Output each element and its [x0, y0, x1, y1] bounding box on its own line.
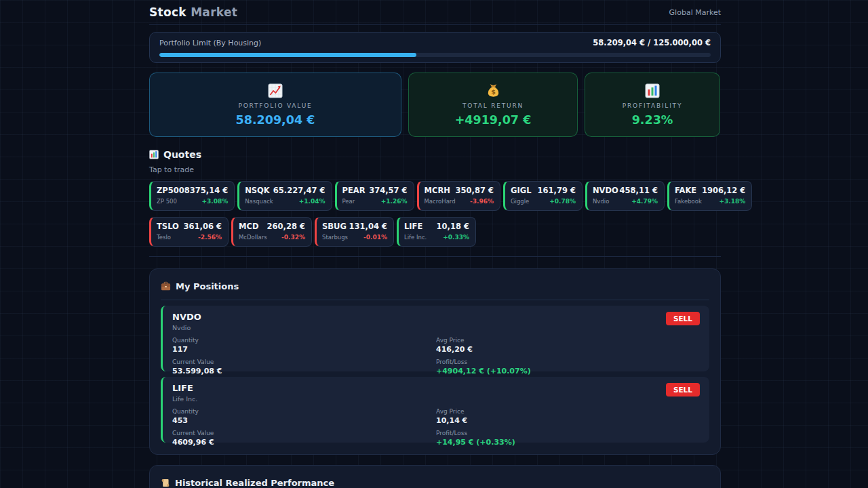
- quote-change: +3.08%: [184, 198, 228, 205]
- bar-chart-icon: [149, 150, 159, 159]
- quote-price: 131,04 €: [349, 222, 387, 231]
- quote-company: Life Inc.: [404, 234, 427, 241]
- quote-change: -0.32%: [267, 234, 305, 241]
- quote-change: -2.56%: [184, 234, 222, 241]
- quote-change: -0.01%: [349, 234, 387, 241]
- quote-company: McDollars: [239, 234, 267, 241]
- section-divider: [149, 256, 721, 257]
- sell-button-life[interactable]: SELL: [666, 383, 700, 396]
- quote-company: Nasquack: [245, 198, 273, 205]
- quantity-label: Quantity: [172, 337, 436, 344]
- portfolio-limit-progressbar: [159, 53, 711, 57]
- quote-tile-gigl[interactable]: GIGL Giggle 161,79 € +0.78%: [503, 181, 583, 211]
- page-title: Stock Market: [149, 5, 237, 19]
- quote-ticker: TSLO: [157, 222, 179, 231]
- profit-loss-value: +4904,12 € (+10.07%): [436, 367, 700, 375]
- portfolio-limit-label: Portfolio Limit (By Housing): [159, 39, 261, 47]
- position-card-nvdo: NVDO Nvdio SELL Quantity 117 Avg Price 4…: [161, 306, 709, 371]
- quote-tile-mcd[interactable]: MCD McDollars 260,28 € -0.32%: [231, 217, 312, 247]
- portfolio-limit-progress-fill: [159, 53, 416, 57]
- quote-price: 161,79 €: [538, 186, 576, 195]
- briefcase-icon: [161, 281, 171, 291]
- money-bag-icon: $: [486, 83, 501, 98]
- quote-tile-nsqk[interactable]: NSQK Nasquack 65.227,47 € +1.04%: [237, 181, 332, 211]
- quote-price: 374,57 €: [369, 186, 407, 195]
- profit-loss-label: Profit/Loss: [436, 430, 700, 436]
- quote-price: 8375,14 €: [184, 186, 228, 195]
- quote-price: 1906,12 €: [702, 186, 745, 195]
- position-company: Life Inc.: [172, 395, 700, 403]
- quote-tile-fake[interactable]: FAKE Fakebook 1906,12 € +3.18%: [667, 181, 752, 211]
- page-title-primary: Stock: [149, 5, 186, 19]
- quote-ticker: MCD: [239, 222, 267, 231]
- scroll-icon: [161, 478, 170, 488]
- quote-ticker: LIFE: [404, 222, 427, 231]
- quote-change: +4.79%: [620, 198, 658, 205]
- history-heading: Historical Realized Performance: [161, 478, 709, 488]
- profitability-card: PROFITABILITY 9.23%: [585, 73, 720, 137]
- positions-heading-text: My Positions: [176, 281, 239, 291]
- position-card-life: LIFE Life Inc. SELL Quantity 453 Avg Pri…: [161, 377, 709, 443]
- avg-price-label: Avg Price: [436, 337, 700, 344]
- quantity-value: 453: [172, 416, 436, 425]
- sell-button-nvdo[interactable]: SELL: [666, 312, 700, 325]
- stats-row: PORTFOLIO VALUE 58.209,04 € $ TOTAL RETU…: [149, 73, 721, 137]
- quote-tile-pear[interactable]: PEAR Pear 374,57 € +1.26%: [335, 181, 414, 211]
- quotes-section-heading: Quotes: [149, 149, 721, 160]
- quote-ticker: NVDO: [593, 186, 618, 195]
- quote-price: 361,06 €: [184, 222, 222, 231]
- current-value-label: Current Value: [172, 359, 436, 365]
- current-value-value: 53.599,08 €: [172, 367, 436, 375]
- quote-company: ZP 500: [157, 198, 184, 205]
- quote-change: +1.04%: [273, 198, 326, 205]
- portfolio-limit-usage: 58.209,04 € / 125.000,00 €: [593, 38, 711, 47]
- portfolio-value-amount: 58.209,04 €: [236, 113, 315, 127]
- quantity-value: 117: [172, 345, 436, 354]
- quote-price: 260,28 €: [267, 222, 305, 231]
- quote-ticker: FAKE: [675, 186, 702, 195]
- quote-price: 65.227,47 €: [273, 186, 326, 195]
- avg-price-value: 416,20 €: [436, 345, 700, 354]
- portfolio-value-card: PORTFOLIO VALUE 58.209,04 €: [149, 73, 401, 137]
- quote-company: Fakebook: [675, 198, 702, 205]
- quote-ticker: GIGL: [511, 186, 532, 195]
- quote-price: 10,18 €: [437, 222, 469, 231]
- profitability-amount: 9.23%: [632, 113, 673, 127]
- total-return-card: $ TOTAL RETURN +4919,07 €: [408, 73, 578, 137]
- portfolio-limit-card: Portfolio Limit (By Housing) 58.209,04 €…: [149, 32, 721, 63]
- quotes-row-2: TSLO Teslo 361,06 € -2.56% MCD McDollars…: [149, 217, 721, 247]
- quote-ticker: PEAR: [342, 186, 366, 195]
- quote-change: +3.18%: [702, 198, 745, 205]
- current-value-value: 4609,96 €: [172, 438, 436, 447]
- quote-tile-mcrh[interactable]: MCRH MacroHard 350,87 € -3.96%: [417, 181, 500, 211]
- position-ticker: NVDO: [172, 312, 700, 322]
- quote-ticker: NSQK: [245, 186, 273, 195]
- quotes-heading-text: Quotes: [163, 149, 201, 160]
- quote-tile-nvdo[interactable]: NVDO Nvdio 458,11 € +4.79%: [585, 181, 665, 211]
- chart-increasing-icon: [268, 83, 283, 98]
- position-company: Nvdio: [172, 324, 700, 331]
- quote-company: MacroHard: [425, 198, 456, 205]
- quote-tile-tslo[interactable]: TSLO Teslo 361,06 € -2.56%: [149, 217, 229, 247]
- quote-company: Giggle: [511, 198, 532, 205]
- panel-divider: [161, 300, 709, 300]
- positions-heading: My Positions: [161, 281, 709, 291]
- history-heading-text: Historical Realized Performance: [175, 478, 334, 488]
- profit-loss-label: Profit/Loss: [436, 359, 700, 365]
- quote-tile-life[interactable]: LIFE Life Inc. 10,18 € +0.33%: [397, 217, 476, 247]
- quote-ticker: MCRH: [425, 186, 456, 195]
- quote-tile-zp500[interactable]: ZP500 ZP 500 8375,14 € +3.08%: [149, 181, 235, 211]
- quote-change: +0.78%: [538, 198, 576, 205]
- portfolio-value-label: PORTFOLIO VALUE: [238, 102, 312, 109]
- svg-text:$: $: [491, 88, 496, 96]
- history-panel: Historical Realized Performance: [149, 465, 721, 488]
- tap-to-trade-hint: Tap to trade: [149, 165, 721, 174]
- quote-company: Starbugs: [322, 234, 348, 241]
- quote-ticker: SBUG: [322, 222, 348, 231]
- total-return-label: TOTAL RETURN: [462, 102, 524, 109]
- total-return-amount: +4919,07 €: [455, 113, 532, 127]
- avg-price-value: 10,14 €: [436, 416, 700, 425]
- quote-tile-sbug[interactable]: SBUG Starbugs 131,04 € -0.01%: [315, 217, 394, 247]
- current-value-label: Current Value: [172, 430, 436, 436]
- quantity-label: Quantity: [172, 408, 436, 415]
